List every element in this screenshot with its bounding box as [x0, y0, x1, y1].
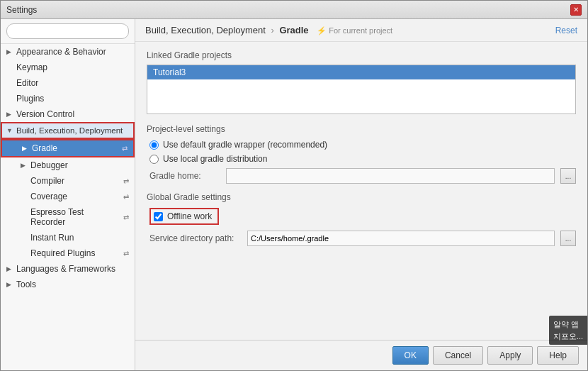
offline-work-label[interactable]: Offline work: [167, 211, 212, 221]
radio-local[interactable]: [149, 155, 159, 164]
sidebar-item-appearance[interactable]: ▶ Appearance & Behavior: [1, 44, 135, 60]
sidebar-item-plugins[interactable]: ▶ Plugins: [1, 91, 135, 106]
sync-icon: ⇄: [123, 250, 129, 258]
sync-icon: ⇄: [123, 214, 129, 221]
linked-projects-label: Linked Gradle projects: [147, 50, 576, 60]
sidebar-item-version-control[interactable]: ▶ Version Control: [1, 106, 135, 122]
service-dir-input[interactable]: [247, 231, 555, 246]
gradle-home-label: Gradle home:: [149, 171, 220, 181]
reset-button[interactable]: Reset: [555, 26, 577, 35]
gradle-home-browse-button[interactable]: ...: [560, 168, 576, 184]
close-button[interactable]: ✕: [570, 4, 582, 16]
gradle-home-row: Gradle home: ...: [147, 168, 576, 184]
arrow-icon: ▶: [6, 111, 13, 118]
search-input[interactable]: [6, 23, 129, 39]
project-level-section: Project-level settings Use default gradl…: [147, 124, 576, 184]
radio-row-default: Use default gradle wrapper (recommended): [147, 140, 576, 150]
service-dir-browse-button[interactable]: ...: [560, 231, 576, 246]
title-bar: Settings ✕: [1, 1, 587, 19]
sidebar: ▶ Appearance & Behavior ▶ Keymap ▶ Edito…: [1, 19, 135, 370]
sidebar-item-keymap[interactable]: ▶ Keymap: [1, 60, 135, 75]
sidebar-item-build-execution[interactable]: ▼ Build, Execution, Deployment: [1, 122, 135, 139]
offline-work-checkbox[interactable]: [154, 212, 163, 221]
help-button[interactable]: Help: [537, 346, 579, 365]
arrow-icon: ▶: [6, 281, 13, 288]
sidebar-item-coverage[interactable]: ▶ Coverage ⇄: [1, 189, 135, 204]
sidebar-item-tools[interactable]: ▶ Tools: [1, 277, 135, 292]
linked-project-item[interactable]: Tutorial3: [147, 65, 575, 79]
arrow-icon: ▶: [21, 162, 28, 169]
korean-line2: 지포오...: [553, 331, 583, 343]
cancel-button[interactable]: Cancel: [433, 346, 483, 365]
breadcrumb: Build, Execution, Deployment › Gradle ⚡ …: [145, 25, 392, 35]
service-dir-row: Service directory path: ...: [147, 231, 576, 246]
sidebar-item-languages[interactable]: ▶ Languages & Frameworks: [1, 261, 135, 277]
title-text: Settings: [6, 5, 37, 15]
search-box: [1, 19, 135, 44]
radio-default[interactable]: [149, 140, 159, 150]
sidebar-item-gradle[interactable]: ▶ Gradle ⇄: [1, 139, 135, 157]
apply-button[interactable]: Apply: [487, 346, 533, 365]
arrow-icon: ▶: [6, 48, 13, 55]
sync-icon: ⇄: [123, 193, 129, 201]
arrow-icon: ▼: [6, 127, 13, 134]
service-dir-label: Service directory path:: [149, 233, 242, 243]
breadcrumb-bar: Build, Execution, Deployment › Gradle ⚡ …: [135, 19, 587, 42]
breadcrumb-part2: Gradle: [279, 25, 308, 35]
sidebar-item-required-plugins[interactable]: ▶ Required Plugins ⇄: [1, 245, 135, 261]
arrow-icon: ▶: [22, 145, 29, 152]
for-current-project: ⚡ For current project: [317, 26, 392, 35]
sidebar-item-espresso[interactable]: ▶ Espresso Test Recorder ⇄: [1, 204, 135, 230]
breadcrumb-part1: Build, Execution, Deployment: [145, 25, 266, 35]
gradle-home-input[interactable]: [226, 168, 555, 184]
sidebar-item-editor[interactable]: ▶ Editor: [1, 75, 135, 91]
breadcrumb-separator: ›: [271, 25, 273, 35]
korean-line1: 알약 앱: [553, 319, 583, 331]
sidebar-item-instant-run[interactable]: ▶ Instant Run: [1, 230, 135, 245]
sync-icon: ⇄: [123, 177, 129, 185]
arrow-icon: ▶: [6, 265, 13, 272]
ok-button[interactable]: OK: [392, 346, 429, 365]
offline-work-row: Offline work: [147, 208, 576, 225]
radio-default-label[interactable]: Use default gradle wrapper (recommended): [163, 140, 327, 150]
project-level-title: Project-level settings: [147, 124, 576, 134]
linked-projects-box[interactable]: Tutorial3: [147, 65, 576, 114]
global-gradle-title: Global Gradle settings: [147, 192, 576, 202]
radio-row-local: Use local gradle distribution: [147, 154, 576, 164]
korean-overlay: 알약 앱 지포오...: [549, 316, 587, 345]
sidebar-item-debugger[interactable]: ▶ Debugger: [1, 157, 135, 173]
offline-work-wrapper: Offline work: [149, 208, 219, 225]
bottom-bar: OK Cancel Apply Help: [135, 340, 587, 370]
sidebar-item-compiler[interactable]: ▶ Compiler ⇄: [1, 173, 135, 189]
global-gradle-section: Global Gradle settings Offline work Serv…: [147, 192, 576, 246]
sync-icon: ⇄: [122, 145, 128, 153]
settings-content: Linked Gradle projects Tutorial3 Project…: [135, 42, 587, 340]
radio-local-label[interactable]: Use local gradle distribution: [163, 154, 267, 164]
right-panel: Build, Execution, Deployment › Gradle ⚡ …: [135, 19, 587, 370]
